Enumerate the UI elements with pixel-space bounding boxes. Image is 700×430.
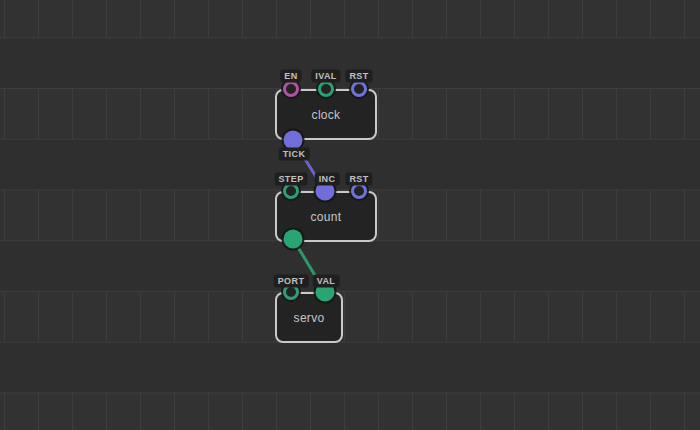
port-count-output[interactable] — [284, 230, 303, 249]
port-label-step: STEP — [274, 173, 307, 186]
port-clock-en[interactable] — [283, 81, 299, 97]
port-label-ival: IVAL — [311, 70, 340, 83]
port-label-rst-count: RST — [345, 173, 372, 186]
port-label-en: EN — [280, 70, 301, 83]
port-label-rst-clock: RST — [345, 70, 372, 83]
node-clock-title: clock — [312, 108, 341, 122]
port-clock-ival[interactable] — [318, 81, 334, 97]
node-editor-canvas[interactable]: clock count servo EN IVAL RST TICK STEP … — [0, 0, 700, 430]
port-label-val: VAL — [313, 275, 340, 288]
node-servo-title: servo — [294, 311, 325, 325]
port-clock-rst[interactable] — [351, 81, 367, 97]
port-label-tick: TICK — [279, 148, 310, 161]
node-count-title: count — [311, 210, 342, 224]
port-label-inc: INC — [315, 173, 340, 186]
port-label-port: PORT — [274, 275, 309, 288]
node-servo[interactable]: servo — [275, 292, 343, 343]
